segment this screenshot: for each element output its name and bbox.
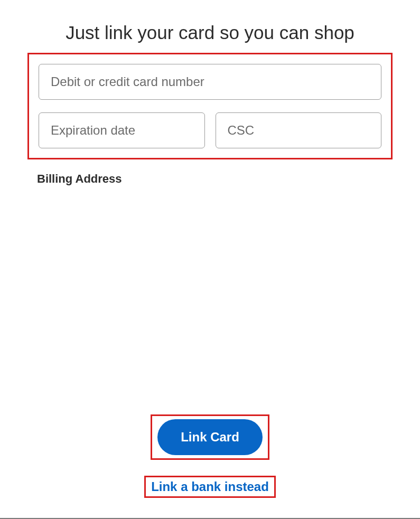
card-number-input[interactable] [39,64,381,100]
link-bank-highlight: Link a bank instead [144,476,276,498]
expiration-input[interactable] [39,112,205,148]
card-inputs-highlight [27,53,393,159]
link-card-button[interactable]: Link Card [157,419,263,455]
link-card-highlight: Link Card [151,414,269,460]
csc-input[interactable] [216,112,382,148]
link-bank-instead-link[interactable]: Link a bank instead [151,479,269,494]
page-title: Just link your card so you can shop [0,0,420,53]
billing-address-label: Billing Address [37,172,420,186]
card-details-row [39,112,381,148]
actions-area: Link Card Link a bank instead [0,414,420,498]
